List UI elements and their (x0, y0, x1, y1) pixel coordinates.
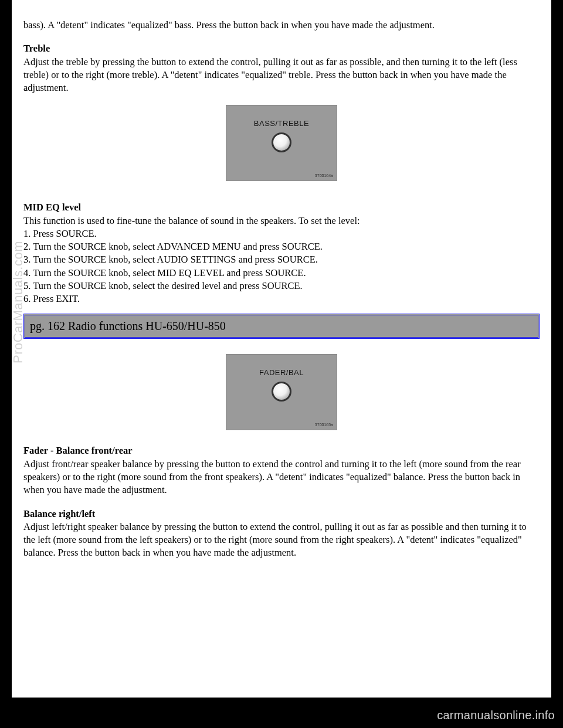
treble-body: Adjust the treble by pressing the button… (23, 56, 540, 95)
intro-paragraph: bass). A "detent" indicates "equalized" … (23, 19, 540, 32)
treble-section: Treble Adjust the treble by pressing the… (23, 42, 540, 94)
step: 4. Turn the SOURCE knob, select MID EQ L… (23, 267, 540, 280)
mideq-steps: 1. Press SOURCE. 2. Turn the SOURCE knob… (23, 227, 540, 306)
balance-heading: Balance right/left (23, 508, 540, 521)
step: 1. Press SOURCE. (23, 227, 540, 240)
step: 5. Turn the SOURCE knob, select the desi… (23, 280, 540, 292)
step: 6. Press EXIT. (23, 292, 540, 305)
footer-watermark: carmanualsonline.info (437, 707, 555, 723)
fader-heading: Fader - Balance front/rear (23, 444, 540, 457)
section-title: 162 Radio functions HU-650/HU-850 (45, 319, 226, 332)
watermark-text: ProCarManuals.com (9, 241, 27, 363)
figure-tag: 3700164a (315, 173, 333, 178)
figure-label: BASS/TREBLE (226, 118, 337, 129)
manual-page: ProCarManuals.com bass). A "detent" indi… (12, 0, 551, 698)
fader-body: Adjust front/rear speaker balance by pre… (23, 458, 540, 497)
knob-icon (272, 382, 291, 402)
bass-treble-figure: BASS/TREBLE 3700164a (226, 105, 337, 181)
figure-label: FADER/BAL (226, 368, 337, 378)
balance-body: Adjust left/right speaker balance by pre… (23, 521, 540, 560)
step: 2. Turn the SOURCE knob, select ADVANCED… (23, 240, 540, 253)
mideq-intro: This function is used to fine-tune the b… (23, 215, 540, 227)
step: 3. Turn the SOURCE knob, select AUDIO SE… (23, 253, 540, 266)
treble-heading: Treble (23, 42, 540, 55)
balance-section: Balance right/left Adjust left/right spe… (23, 508, 540, 560)
fader-section: Fader - Balance front/rear Adjust front/… (23, 444, 540, 496)
knob-icon (272, 132, 291, 152)
mideq-heading: MID EQ level (23, 201, 540, 214)
pg-label: pg. (30, 319, 45, 332)
fader-bal-figure: FADER/BAL 3700165a (226, 354, 337, 430)
figure-tag: 3700165a (315, 422, 333, 427)
mideq-section: MID EQ level This function is used to fi… (23, 201, 540, 305)
page-section-bar: pg. 162 Radio functions HU-650/HU-850 (23, 314, 540, 339)
